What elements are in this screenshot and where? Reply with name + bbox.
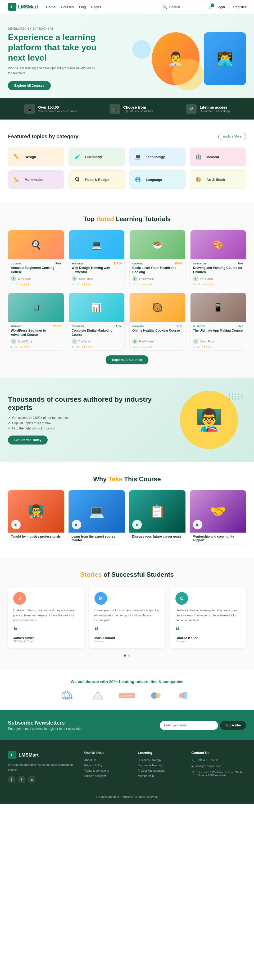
email-icon: ✉ (191, 765, 194, 768)
course-author-3: F Fred Hyman (132, 276, 182, 282)
course-students-6: 44 (72, 345, 74, 348)
why-card-3[interactable]: 📋 ▶ Discuss your future career goals (129, 490, 185, 544)
social-twitter[interactable]: t (18, 776, 26, 783)
course-price-3: $39.00 (174, 262, 182, 265)
footer-learn-3[interactable]: Project Management (138, 769, 183, 772)
test-quote-2: ❝ (94, 627, 160, 634)
stat-title-2: Choose from (123, 105, 153, 110)
course-stats-3: 12 12 ★★★★★ (132, 283, 182, 286)
category-card-food[interactable]: 🍳 Food & Recipe (69, 170, 125, 189)
footer-learn-1[interactable]: Business Strategy (138, 759, 183, 762)
course-price-6: Free (116, 325, 122, 328)
nav-blog[interactable]: Blog (79, 5, 86, 9)
why-emoji-2: 💻 (89, 504, 105, 519)
nav-logo[interactable]: L LMSMart (8, 3, 38, 11)
banner-cta-button[interactable]: Get Started Today (8, 436, 48, 444)
carousel-dots (8, 654, 246, 657)
stat-sub-3: On mobile and desktop (200, 110, 230, 113)
course-body-7: Cooking Free Online Healthy Cooking Cour… (129, 322, 185, 350)
nav-register[interactable]: Register (233, 5, 246, 9)
course-card-7[interactable]: 🥘 Cooking Free Online Healthy Cooking Co… (129, 293, 185, 351)
play-button-4[interactable]: ▶ (193, 520, 203, 530)
explore-all-button[interactable]: Explore All Courses (105, 355, 149, 364)
nav-home[interactable]: Home (46, 5, 56, 9)
banner-item-3: ✓Find the right instructor for you (8, 426, 161, 430)
course-stars-8: ★★★★★ (201, 345, 212, 348)
search-input[interactable] (169, 5, 201, 9)
course-card-1[interactable]: 🍳 Cooking Free Absolute Beginners Cookin… (8, 230, 64, 288)
nav-pages[interactable]: Pages (91, 5, 101, 9)
category-card-art[interactable]: 🎨 Art & Block (190, 170, 246, 189)
category-label-medical: Medical (206, 155, 219, 159)
category-icon-math: 📐 (12, 175, 21, 184)
stat-text-1: Over 155,00 Video courses on career skil… (38, 105, 77, 113)
course-students-7: 11 (132, 345, 135, 348)
footer: L LMSMart We support programs that creat… (0, 740, 254, 803)
course-cat-2: Business (72, 262, 84, 265)
hero-decor-circle (172, 59, 204, 91)
test-name-2: Mark Donald (94, 636, 160, 640)
footer-about-text: We support programs that create advancem… (8, 762, 77, 772)
newsletter-email-input[interactable] (160, 721, 218, 730)
why-card-2[interactable]: 💻 ▶ Learn from the expert course mentor (69, 490, 125, 544)
svg-text:COMPANY: COMPANY (121, 694, 133, 697)
cart-button[interactable]: 🛒 0 (208, 5, 213, 9)
author-name-8: Simon Russ (200, 340, 214, 343)
nav-courses[interactable]: Courses (61, 5, 73, 9)
category-card-math[interactable]: 📐 Mathmetics (8, 170, 64, 189)
course-thumb-2: 💻 (69, 230, 125, 259)
footer-link-privacy[interactable]: Privacy Policy (85, 764, 130, 767)
author-name-3: Fred Hyman (139, 277, 154, 280)
course-title-2: Web Design Training with Elementor (72, 266, 122, 275)
course-card-4[interactable]: 🎨 Lifestyle Free Drawing and Painting Co… (190, 230, 246, 288)
dot-2[interactable] (128, 654, 130, 657)
course-meta-3: Cooking $39.00 (132, 262, 182, 265)
category-card-chemistry[interactable]: 🧪 Chemistry (69, 148, 125, 166)
footer-link-terms[interactable]: Terms & conditions (85, 769, 130, 772)
test-text-1: I believe in lifelong learning and they … (13, 608, 78, 623)
course-lessons-8: 11 (196, 345, 199, 348)
course-card-5[interactable]: 🖥 Finance $20.00 WordPress Beginner to A… (8, 293, 64, 351)
social-linkedin[interactable]: in (28, 776, 35, 783)
play-button-2[interactable]: ▶ (72, 520, 81, 530)
newsletter-subscribe-button[interactable]: Subscribe (220, 721, 246, 730)
play-button-3[interactable]: ▶ (132, 520, 142, 530)
course-thumb-6: 📊 (69, 293, 125, 322)
dot-1[interactable] (124, 654, 126, 657)
author-avatar-5: J (11, 339, 16, 344)
banner-image: 👨‍🏫 (172, 391, 246, 449)
category-card-medical[interactable]: 🏥 Medical (190, 148, 246, 166)
course-card-3[interactable]: 🥗 Cooking $39.00 Basic Level Youth Healt… (129, 230, 185, 288)
category-card-language[interactable]: 🌐 Language (129, 170, 185, 189)
social-facebook[interactable]: f (8, 776, 15, 783)
course-card-6[interactable]: 📊 Business Free Complete Digital Marketi… (69, 293, 125, 351)
test-role-2: Manager (94, 640, 160, 643)
hero-cta-button[interactable]: Explore All Courses (8, 81, 51, 90)
title-top: Top (83, 215, 94, 223)
stat-icon-2: 🎓 (110, 103, 120, 114)
footer-logo-icon: L (8, 751, 16, 759)
why-section: Why Take This Course 👨‍🏫 ▶ Taught by ind… (0, 462, 254, 558)
featured-title: Featured topics by category (8, 134, 78, 140)
course-card-2[interactable]: 💻 Business $29.00 Web Design Training wi… (69, 230, 125, 288)
explore-more-button[interactable]: Explore More (218, 133, 246, 140)
footer-link-student[interactable]: Student spotlight (85, 774, 130, 778)
course-emoji-4: 🎨 (213, 240, 223, 250)
stat-title-3: Lifetime access (200, 105, 230, 110)
logo-icon: L (8, 3, 16, 11)
category-card-technology[interactable]: 💻 Technology (129, 148, 185, 166)
why-card-4[interactable]: 🤝 ▶ Mentorship and community support (190, 490, 246, 544)
course-meta-6: Business Free (72, 325, 122, 328)
nav-login[interactable]: Login (216, 5, 225, 9)
course-stats-2: 17 12 ★★★★★ (72, 283, 122, 286)
why-card-1[interactable]: 👨‍🏫 ▶ Taught by industry professionals (8, 490, 64, 544)
footer-learn-4[interactable]: Membership (138, 774, 183, 778)
course-thumb-8: 📱 (190, 293, 246, 322)
author-avatar-7: F (132, 339, 137, 344)
course-card-8[interactable]: 📱 Business Free The Ultimate App Making … (190, 293, 246, 351)
footer-link-about[interactable]: About Us (85, 759, 130, 762)
play-button-1[interactable]: ▶ (11, 520, 21, 530)
category-card-design[interactable]: ✏️ Design (8, 148, 64, 166)
footer-learn-2[interactable]: Become A Teacher (138, 764, 183, 767)
newsletter-form: Subscribe (160, 721, 246, 730)
